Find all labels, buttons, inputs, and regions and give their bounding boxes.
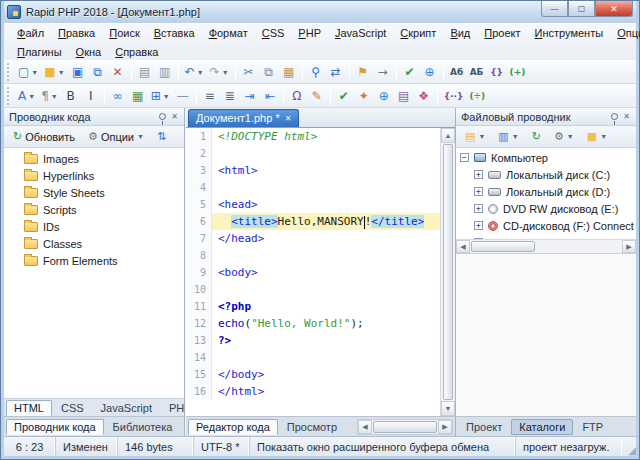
tag-insert-button[interactable]: (÷)	[466, 86, 488, 106]
code-line[interactable]: 14	[186, 349, 440, 366]
horizontal-rule-button[interactable]: —	[173, 86, 193, 106]
expand-icon[interactable]: +	[474, 221, 483, 230]
spell-check-button[interactable]: ✔	[400, 62, 420, 82]
print-preview-button[interactable]: ▥	[155, 62, 175, 82]
color-palette-button[interactable]: ❖	[414, 86, 434, 106]
menu-item[interactable]: Инструменты	[528, 25, 611, 41]
code-line[interactable]: 13?>	[186, 332, 440, 349]
sort-button[interactable]: ⇅	[152, 128, 171, 146]
code-line[interactable]: 2	[186, 145, 440, 162]
refresh-button[interactable]: ↻ Обновить	[8, 128, 80, 146]
panel-close-icon[interactable]: ✕	[170, 112, 179, 121]
tab-javascript[interactable]: JavaScript	[93, 400, 160, 416]
scroll-left-icon[interactable]: ◀	[358, 420, 372, 434]
tree-item[interactable]: Images	[4, 150, 184, 167]
redo-button[interactable]: ↷▼	[207, 62, 232, 82]
numbered-list-button[interactable]: ≣	[220, 86, 240, 106]
scroll-up-icon[interactable]: ▲	[441, 128, 455, 143]
file-tree-item[interactable]: +DVD RW дисковод (E:)	[456, 200, 636, 217]
vertical-scroll-thumb[interactable]	[443, 144, 453, 400]
save-all-button[interactable]: ⧉	[88, 62, 108, 82]
goto-line-button[interactable]: →	[373, 62, 393, 82]
code-line[interactable]: 6 <title>Hello,MANSORY!</title>	[186, 213, 440, 230]
new-document-button[interactable]: ▢▼	[15, 62, 41, 82]
menu-item[interactable]: Поиск	[102, 25, 146, 41]
tab-проект[interactable]: Проект	[458, 419, 510, 435]
code-line[interactable]: 10	[186, 281, 440, 298]
code-line[interactable]: 16</html>	[186, 383, 440, 400]
insert-table-button[interactable]: ⊞▼	[148, 86, 173, 106]
menu-item[interactable]: Правка	[51, 25, 102, 41]
minimize-button[interactable]: —	[541, 1, 568, 17]
vertical-scrollbar[interactable]: ▲ ▼	[440, 128, 455, 416]
expand-icon[interactable]: +	[474, 204, 483, 213]
menu-item[interactable]: Окна	[69, 44, 109, 60]
menu-item[interactable]: Справка	[108, 44, 165, 60]
replace-button[interactable]: ⇄	[326, 62, 346, 82]
code-line[interactable]: 5<head>	[186, 196, 440, 213]
tab-библиотека[interactable]: Библиотека	[105, 419, 181, 435]
code-line[interactable]: 3<html>	[186, 162, 440, 179]
print-button[interactable]: ▤	[135, 62, 155, 82]
folder-view-button[interactable]: ▤▼	[460, 128, 490, 146]
paste-button[interactable]: ▦	[279, 62, 299, 82]
close-document-button[interactable]: ✕	[108, 62, 128, 82]
save-file-button[interactable]: ▣	[68, 62, 88, 82]
root-folder-button[interactable]: ■▼	[582, 128, 612, 146]
menu-item[interactable]: Формат	[202, 25, 255, 41]
font-button[interactable]: A▼	[15, 86, 38, 106]
menu-item[interactable]: PHP	[291, 25, 328, 41]
tree-item[interactable]: Form Elements	[4, 252, 184, 269]
code-line[interactable]: 8	[186, 247, 440, 264]
code-line[interactable]: 11<?php	[186, 298, 440, 315]
expand-icon[interactable]: +	[474, 187, 483, 196]
insert-image-button[interactable]: ▦	[128, 86, 148, 106]
list-view-button[interactable]: ▥▼	[493, 128, 523, 146]
tab-ftp[interactable]: FTP	[574, 419, 611, 435]
open-file-button[interactable]: ■▼	[41, 62, 67, 82]
uppercase-tools-button[interactable]: АБ	[467, 62, 487, 82]
horizontal-scroll-thumb[interactable]	[373, 421, 437, 433]
expand-icon[interactable]: +	[474, 170, 483, 179]
pin-icon[interactable]	[159, 113, 166, 120]
cut-button[interactable]: ✂	[239, 62, 259, 82]
code-line[interactable]: 9<body>	[186, 264, 440, 281]
file-tree-item[interactable]: +Локальный диск (D:)	[456, 183, 636, 200]
tree-item[interactable]: Scripts	[4, 201, 184, 218]
comment-button[interactable]: ✎	[307, 86, 327, 106]
tab-проводник-кода[interactable]: Проводник кода	[6, 419, 104, 435]
scroll-right-icon[interactable]: ▶	[622, 240, 636, 253]
bold-button[interactable]: B	[61, 86, 81, 106]
indent-button[interactable]: ⇥	[240, 86, 260, 106]
toolbar-grip[interactable]	[7, 63, 12, 81]
special-insert-button[interactable]: (+)	[507, 62, 529, 82]
syntax-check-button[interactable]: ✔	[334, 86, 354, 106]
file-options-button[interactable]: ⚙▼	[549, 128, 579, 146]
copy-button[interactable]: ⧉	[259, 62, 279, 82]
menu-item[interactable]: Вид	[443, 25, 477, 41]
tree-item[interactable]: Style Sheets	[4, 184, 184, 201]
paragraph-button[interactable]: ¶▼	[38, 86, 61, 106]
file-tree-item[interactable]: −Компьютер	[456, 149, 636, 166]
code-snippets-button[interactable]: {}	[487, 62, 507, 82]
tab-html[interactable]: HTML	[6, 400, 52, 416]
code-library-button[interactable]: ▤	[394, 86, 414, 106]
menu-item[interactable]: JavaScript	[328, 25, 393, 41]
scroll-down-icon[interactable]: ▼	[441, 401, 455, 416]
tab-каталоги[interactable]: Каталоги	[511, 419, 573, 435]
file-scroll-thumb[interactable]	[471, 241, 535, 252]
menu-item[interactable]: Скрипт	[393, 25, 443, 41]
options-button[interactable]: ⚙ Опции ▼	[83, 128, 149, 146]
tab-редактор-кода[interactable]: Редактор кода	[188, 419, 278, 435]
horizontal-scrollbar[interactable]: ◀ ▶	[357, 419, 453, 435]
menu-item[interactable]: CSS	[255, 25, 292, 41]
file-tree-item[interactable]: +CD-дисковод (F:) Connect Mana	[456, 217, 636, 234]
title-bar[interactable]: Rapid PHP 2018 - [Документ1.php] — ▢ ✕	[4, 1, 636, 23]
close-button[interactable]: ✕	[595, 1, 633, 17]
scroll-right-icon[interactable]: ▶	[438, 420, 452, 434]
scroll-left-icon[interactable]: ◀	[456, 240, 470, 253]
menu-item[interactable]: Файл	[10, 25, 51, 41]
code-cleaner-button[interactable]: ✦	[354, 86, 374, 106]
menu-item[interactable]: Вставка	[147, 25, 202, 41]
bullet-list-button[interactable]: ≡	[200, 86, 220, 106]
